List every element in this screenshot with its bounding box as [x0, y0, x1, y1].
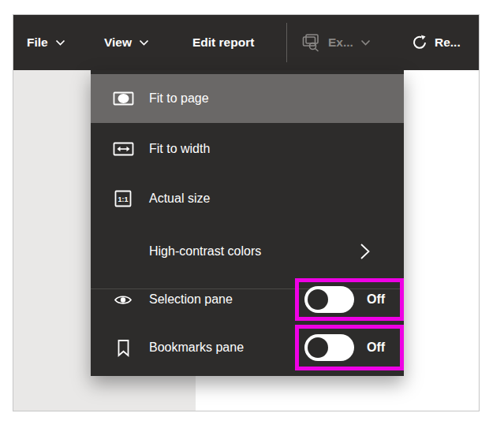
- chevron-down-icon: [139, 39, 149, 47]
- menu-item-label: Actual size: [149, 192, 210, 206]
- app-window: ar Sales by St $126K $0K 501- Valery Ush…: [13, 14, 480, 411]
- menu-item-label: Bookmarks pane: [149, 341, 244, 355]
- bookmarks-pane-toggle[interactable]: [304, 334, 354, 361]
- fit-to-page-icon: [111, 91, 135, 106]
- bookmarks-pane-callout-box: Off: [295, 325, 404, 370]
- selection-pane-toggle-state: Off: [367, 292, 385, 307]
- refresh-label: Re...: [435, 35, 461, 50]
- file-menu-label: File: [27, 35, 48, 50]
- edit-report-button[interactable]: Edit report: [192, 15, 254, 70]
- chevron-down-icon: [55, 39, 65, 47]
- file-menu-button[interactable]: File: [27, 15, 65, 70]
- menu-item-label: High-contrast colors: [149, 244, 261, 259]
- menu-item-label: Fit to width: [149, 142, 210, 156]
- edit-report-label: Edit report: [192, 35, 254, 50]
- export-label: Ex...: [328, 35, 353, 50]
- menu-item-fit-to-page[interactable]: Fit to page: [91, 74, 404, 123]
- menu-item-high-contrast-colors[interactable]: High-contrast colors: [91, 227, 404, 276]
- svg-text:1:1: 1:1: [118, 195, 128, 203]
- fit-to-width-icon: [111, 141, 135, 157]
- menu-item-label: Selection pane: [149, 292, 233, 307]
- toolbar-divider: [286, 23, 287, 62]
- export-button[interactable]: Ex...: [301, 15, 371, 70]
- toggle-knob: [308, 289, 328, 310]
- selection-pane-toggle[interactable]: [304, 286, 354, 313]
- menu-item-fit-to-width[interactable]: Fit to width: [91, 125, 404, 173]
- view-menu-button[interactable]: View: [104, 15, 149, 70]
- actual-size-icon: 1:1: [111, 189, 135, 208]
- chevron-down-icon: [360, 39, 371, 47]
- refresh-icon: [412, 35, 427, 50]
- screenshot-root: ar Sales by St $126K $0K 501- Valery Ush…: [0, 0, 504, 428]
- toggle-knob: [308, 337, 328, 358]
- bookmark-icon: [111, 339, 135, 357]
- view-menu-label: View: [104, 35, 132, 50]
- menu-item-actual-size[interactable]: 1:1 Actual size: [91, 174, 404, 223]
- eye-icon: [111, 293, 135, 307]
- bookmarks-pane-toggle-state: Off: [367, 341, 385, 355]
- menu-item-label: Fit to page: [149, 91, 209, 106]
- chevron-right-icon: [360, 243, 371, 261]
- export-icon: [301, 33, 321, 52]
- view-dropdown-menu: Fit to page Fit to width 1:1 Actual size…: [91, 70, 404, 376]
- refresh-button[interactable]: Re...: [412, 15, 461, 70]
- selection-pane-callout-box: Off: [295, 278, 404, 321]
- command-bar: File View Edit report: [13, 15, 479, 70]
